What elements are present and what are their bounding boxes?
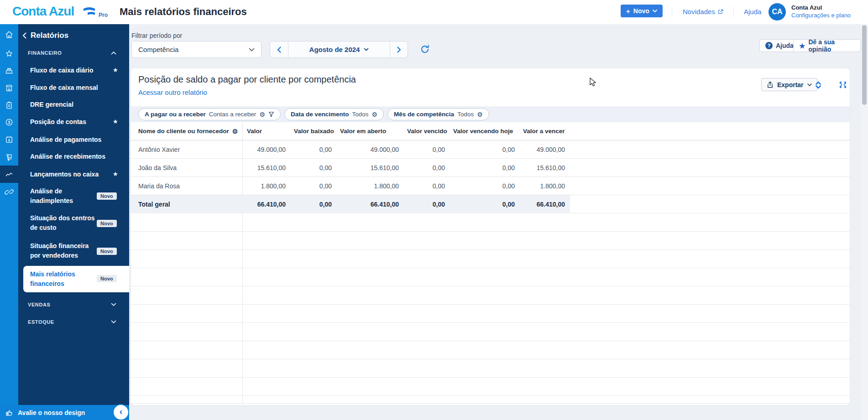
- favorite-star-icon[interactable]: ★: [113, 171, 118, 177]
- section-vendas[interactable]: VENDAS: [28, 302, 50, 307]
- sidebar-item-dre-gerencial[interactable]: DRE gerencial: [30, 100, 111, 109]
- rail-home-icon[interactable]: [0, 26, 18, 43]
- main-content: Filtrar período por Competência Agosto d…: [129, 24, 861, 420]
- cell-value: 0,00: [289, 146, 335, 153]
- empty-row: [131, 213, 850, 232]
- sidebar-collapse-button[interactable]: ‹: [113, 404, 129, 420]
- section-financeiro[interactable]: FINANCEIRO: [28, 50, 62, 56]
- novo-badge: Novo: [97, 192, 117, 200]
- rail-calendar-dollar-icon[interactable]: $: [0, 131, 18, 148]
- rail-hand-truck-icon[interactable]: [0, 149, 18, 166]
- chip-mes-competencia[interactable]: Mês de competência Todos ⚙: [387, 108, 489, 120]
- conta-azul-logo-icon: [83, 6, 95, 16]
- avatar[interactable]: CA: [769, 3, 786, 21]
- chevron-up-icon[interactable]: [111, 51, 116, 55]
- rail-favorites-icon[interactable]: [0, 45, 18, 62]
- ajuda-link[interactable]: Ajuda: [744, 8, 761, 16]
- top-bar: Conta Azul Pro Mais relatórios financeir…: [0, 0, 868, 24]
- sidebar-item-situacao-centros-custo[interactable]: Situação dos centros de custo: [30, 213, 99, 233]
- period-filter-label: Filtrar período por: [131, 32, 182, 39]
- table-row: João da Silva 15.610,00 0,00 15.610,00 0…: [131, 159, 850, 177]
- sidebar-item-lancamentos-no-caixa[interactable]: Lançamentos no caixa: [30, 170, 111, 179]
- export-icon: [767, 81, 774, 88]
- selected-item-label: Mais relatórios financeiros: [30, 270, 94, 289]
- gear-icon[interactable]: ⚙: [259, 111, 265, 118]
- chevron-down-icon[interactable]: [111, 303, 116, 306]
- cell-value: 15.610,00: [242, 164, 289, 171]
- funnel-icon[interactable]: [268, 112, 274, 117]
- chevron-right-icon: [397, 47, 401, 53]
- sidebar-item-fluxo-caixa-diario[interactable]: Fluxo de caixa diário: [30, 66, 111, 75]
- cell-value: 49.000,00: [242, 146, 289, 153]
- reports-sidebar: Relatórios FINANCEIRO Fluxo de caixa diá…: [18, 24, 129, 420]
- chevron-down-icon: [249, 48, 255, 52]
- cell-value: 0,00: [403, 182, 449, 190]
- refresh-button[interactable]: [420, 44, 430, 54]
- conta-azul-logo: Conta Azul: [12, 4, 74, 19]
- favorite-star-icon[interactable]: ★: [113, 118, 118, 125]
- novo-badge: Novo: [97, 275, 117, 282]
- novo-button[interactable]: + Novo: [621, 5, 663, 17]
- export-button[interactable]: Exportar: [761, 78, 817, 91]
- novidades-link[interactable]: Novidades: [683, 8, 723, 16]
- report-card: Posição de saldo a pagar por cliente por…: [131, 68, 850, 405]
- sidebar-item-mais-relatorios-financeiros[interactable]: Mais relatórios financeiros Novo: [23, 266, 129, 292]
- svg-text:$: $: [8, 138, 10, 142]
- refresh-icon: [420, 44, 430, 54]
- logo-pro-label: Pro: [99, 12, 108, 18]
- gear-icon[interactable]: ⚙: [232, 128, 238, 135]
- access-other-report-link[interactable]: Acessar outro relatório: [138, 88, 207, 96]
- sidebar-item-analise-pagamentos[interactable]: Análise de pagamentos: [30, 135, 111, 145]
- cell-value: 15.610,00: [335, 164, 403, 171]
- cell-value: 0,00: [449, 182, 518, 190]
- chip-pagar-ou-receber[interactable]: A pagar ou a receber Contas a receber ⚙: [138, 108, 281, 120]
- external-link-icon: [718, 9, 723, 15]
- sidebar-item-fluxo-caixa-mensal[interactable]: Fluxo de caixa mensal: [30, 83, 111, 93]
- account-settings-link[interactable]: Configurações e plano: [791, 12, 851, 19]
- period-type-select[interactable]: Competência: [131, 41, 261, 58]
- rail-link-icon[interactable]: [0, 183, 18, 201]
- rail-reports-icon[interactable]: [0, 166, 18, 183]
- unfold-rows-button[interactable]: [814, 80, 823, 90]
- next-period-button[interactable]: [390, 41, 408, 57]
- gear-icon[interactable]: ⚙: [372, 111, 378, 118]
- rail-store-icon[interactable]: [0, 79, 18, 97]
- thumbs-up-icon: [5, 409, 13, 416]
- cell-total-value: 66.410,00: [242, 201, 289, 208]
- table-row: Maria da Rosa 1.800,00 0,00 1.800,00 0,0…: [131, 177, 850, 195]
- current-period-button[interactable]: Agosto de 2024: [288, 41, 390, 57]
- sidebar-item-situacao-financeira-vendedores[interactable]: Situação financeira por vendedores: [30, 241, 99, 260]
- cell-value: 0,00: [449, 164, 518, 171]
- empty-row: [131, 341, 850, 359]
- help-button-label: Ajuda: [776, 42, 794, 49]
- scrollbar-thumb[interactable]: [862, 25, 867, 105]
- cell-value: 15.610,00: [518, 164, 569, 171]
- icon-rail: $ $: [0, 24, 18, 420]
- rail-clipboard-icon[interactable]: [0, 97, 18, 114]
- column-header-valor-a-vencer: Valor a vencer: [518, 128, 569, 135]
- chip-data-vencimento[interactable]: Data de vencimento Todos ⚙: [284, 108, 384, 120]
- sidebar-item-analise-inadimplentes[interactable]: Análise de inadimplentes: [30, 187, 99, 206]
- cell-client-name: Maria da Rosa: [131, 182, 242, 190]
- gear-icon[interactable]: ⚙: [477, 111, 483, 118]
- cell-client-name: João da Silva: [131, 164, 242, 171]
- chevron-down-icon[interactable]: [111, 320, 116, 324]
- expand-fullscreen-button[interactable]: [838, 80, 847, 89]
- favorite-star-icon[interactable]: ★: [113, 67, 118, 73]
- cell-value: 0,00: [449, 146, 518, 153]
- column-header-valor-vencido: Valor vencido: [403, 128, 449, 135]
- feedback-button[interactable]: ★ Dê a sua opinião: [793, 39, 861, 52]
- chevron-left-icon: [22, 32, 26, 39]
- sidebar-item-analise-recebimentos[interactable]: Análise de recebimentos: [30, 152, 111, 161]
- design-feedback-bar[interactable]: Avalie o nosso design: [0, 405, 129, 420]
- unfold-icon: [814, 80, 823, 90]
- cell-value: 1.800,00: [335, 182, 403, 190]
- rail-dollar-icon[interactable]: $: [0, 114, 18, 131]
- period-type-value: Competência: [138, 46, 178, 53]
- rail-cash-register-icon[interactable]: [0, 62, 18, 79]
- previous-period-button[interactable]: [270, 41, 288, 57]
- novo-button-label: Novo: [633, 7, 649, 15]
- back-to-reports[interactable]: Relatórios: [22, 31, 68, 40]
- section-estoque[interactable]: ESTOQUE: [28, 319, 54, 325]
- sidebar-item-posicao-de-contas[interactable]: Posição de contas: [30, 117, 111, 127]
